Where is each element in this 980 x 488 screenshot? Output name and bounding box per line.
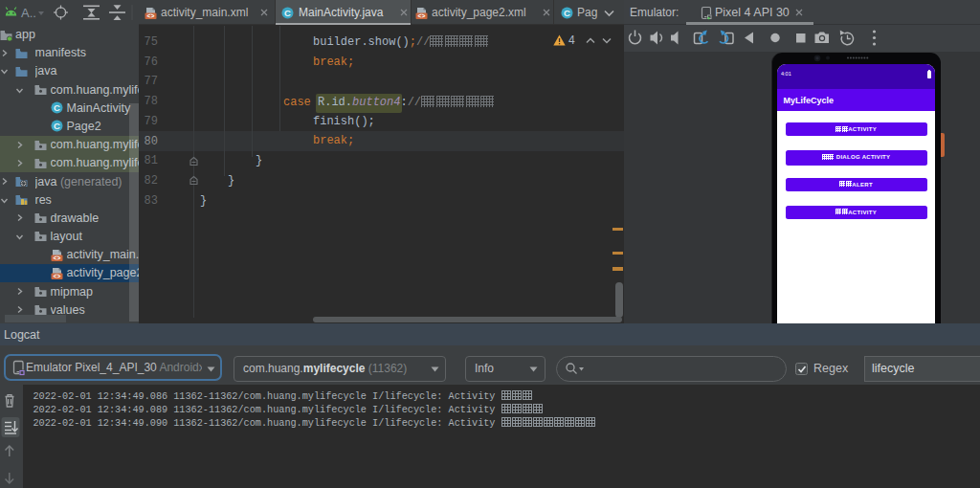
svg-text:C: C bbox=[54, 102, 60, 113]
svg-text:C: C bbox=[284, 8, 291, 18]
svg-text:<>: <> bbox=[147, 12, 155, 19]
svg-text:<>: <> bbox=[418, 12, 426, 19]
svg-text:<>: <> bbox=[53, 274, 60, 280]
svg-text:C: C bbox=[564, 8, 570, 18]
svg-text:A..: A.. bbox=[21, 6, 36, 20]
svg-text:<>: <> bbox=[53, 255, 60, 261]
svg-text:C: C bbox=[54, 121, 60, 131]
